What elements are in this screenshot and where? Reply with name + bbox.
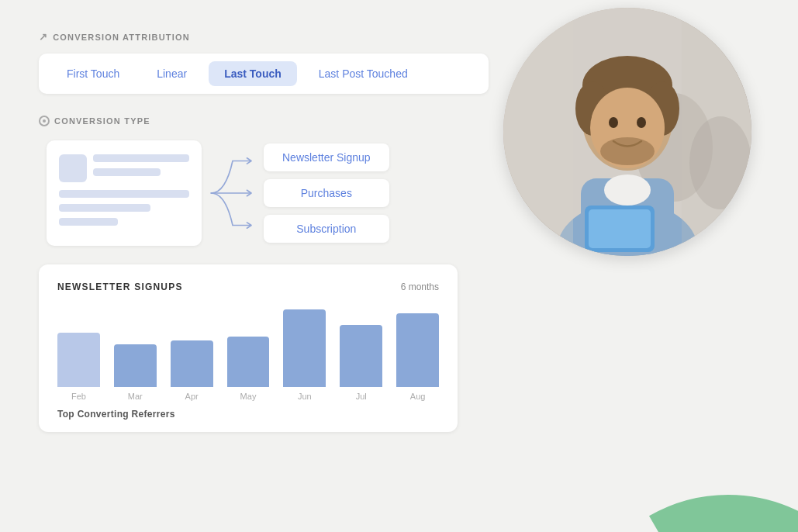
conversion-type-title: CONVERSION TYPE (54, 116, 150, 126)
skeleton-line-2 (93, 168, 161, 176)
main-container: ↗ CONVERSION ATTRIBUTION First Touch Lin… (0, 0, 798, 532)
skeleton-lines-group (93, 154, 189, 182)
bar-label-mar: Mar (128, 392, 143, 401)
bar-jul (340, 325, 382, 387)
svg-rect-15 (589, 209, 651, 248)
bar-label-jun: Jun (298, 392, 312, 401)
chart-card: NEWSLETTER SIGNUPS 6 months FebMarAprMay… (39, 264, 458, 432)
bar-group: May (227, 337, 270, 401)
top-referrers-label: Top Converting Referrers (57, 409, 439, 420)
svg-point-13 (600, 137, 655, 165)
bar-group: Feb (57, 333, 100, 401)
skeleton-line-5 (59, 218, 118, 226)
skeleton-line-1 (93, 154, 189, 162)
skeleton-line-3 (59, 190, 189, 198)
bar-group: Jun (283, 309, 326, 401)
svg-rect-17 (682, 8, 751, 256)
branches-svg (209, 147, 256, 240)
bar-may (227, 337, 270, 387)
attribution-title: CONVERSION ATTRIBUTION (53, 33, 190, 42)
green-arc-decoration (627, 361, 798, 532)
bar-aug (396, 313, 439, 387)
svg-point-11 (609, 117, 618, 128)
conversion-type-section: CONVERSION TYPE (39, 116, 520, 246)
svg-point-12 (637, 117, 646, 128)
green-arc-svg (627, 361, 798, 532)
tab-linear[interactable]: Linear (141, 61, 202, 86)
svg-rect-16 (503, 8, 573, 256)
bar-group: Aug (396, 313, 439, 401)
bar-jun (283, 309, 326, 387)
bar-feb (57, 333, 100, 387)
bar-mar (114, 344, 157, 387)
bar-chart: FebMarAprMayJunJulAug (57, 308, 439, 401)
type-options: Newsletter Signup Purchases Subscription (264, 143, 389, 243)
person-photo (503, 8, 751, 256)
attribution-tabs: First Touch Linear Last Touch Last Post … (39, 54, 489, 94)
skeleton-icon-row (59, 154, 189, 182)
bar-label-feb: Feb (71, 392, 86, 401)
chart-period: 6 months (401, 282, 439, 292)
bar-apr (171, 340, 213, 387)
conversion-type-content: Newsletter Signup Purchases Subscription (47, 140, 520, 246)
chart-header: NEWSLETTER SIGNUPS 6 months (57, 282, 439, 292)
skeleton-line-4 (59, 204, 150, 212)
conversion-type-icon (39, 116, 50, 126)
person-photo-inner (503, 8, 751, 256)
arrow-branches (209, 147, 256, 240)
bar-label-may: May (240, 392, 257, 401)
tab-last-touch[interactable]: Last Touch (209, 61, 297, 86)
type-option-subscription[interactable]: Subscription (264, 215, 389, 243)
left-panel: ↗ CONVERSION ATTRIBUTION First Touch Lin… (39, 31, 520, 432)
skeleton-preview-card (47, 140, 202, 246)
tab-last-post-touched[interactable]: Last Post Touched (303, 61, 423, 86)
attribution-icon: ↗ (39, 31, 48, 43)
tab-first-touch[interactable]: First Touch (51, 61, 135, 86)
type-option-purchases[interactable]: Purchases (264, 179, 389, 207)
bar-group: Mar (114, 344, 157, 401)
bar-label-aug: Aug (410, 392, 426, 401)
bar-label-apr: Apr (185, 392, 199, 401)
type-option-newsletter[interactable]: Newsletter Signup (264, 143, 389, 171)
bar-group: Jul (340, 325, 382, 401)
person-illustration (503, 8, 751, 256)
conversion-type-label: CONVERSION TYPE (39, 116, 520, 126)
chart-title: NEWSLETTER SIGNUPS (57, 282, 183, 292)
svg-point-5 (604, 174, 651, 206)
bar-group: Apr (171, 340, 213, 401)
skeleton-square (59, 154, 87, 182)
bar-label-jul: Jul (356, 392, 367, 401)
conversion-attribution-label: ↗ CONVERSION ATTRIBUTION (39, 31, 520, 43)
